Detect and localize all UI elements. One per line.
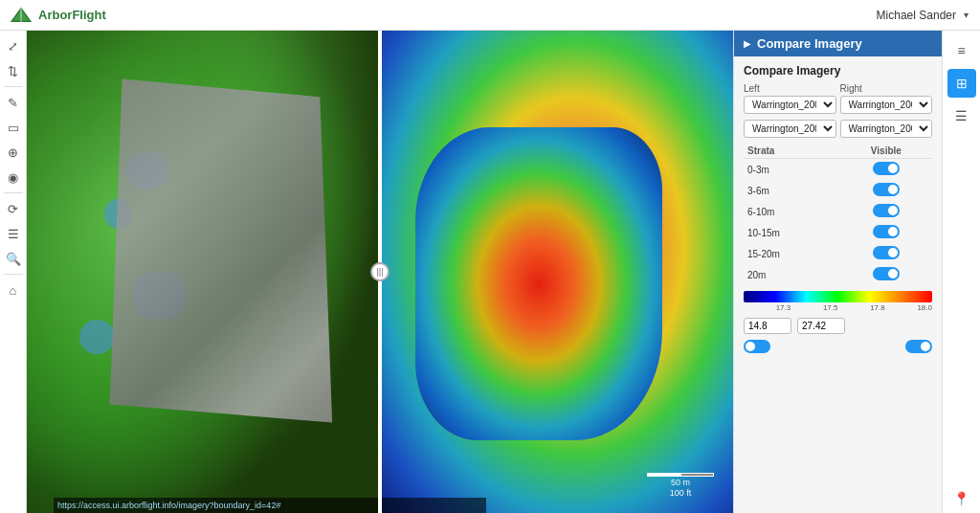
strata-row: 20m (744, 264, 932, 285)
pin-sidebar-button[interactable]: 📍 (947, 484, 976, 513)
expand-tool-button[interactable]: ⤢ (2, 34, 25, 57)
colorbar-label-2: 17.5 (823, 303, 838, 312)
chevron-down-icon: ▾ (964, 10, 969, 20)
strata-label-1: 3-6m (744, 180, 840, 201)
strata-toggle-2[interactable] (873, 204, 900, 217)
minmax-row (744, 318, 932, 334)
right-label: Right (840, 83, 933, 94)
left-label: Left (744, 83, 836, 94)
imagery-dropdowns-row1: Left Warrington_200915_HiR ∨ Right Warri… (744, 83, 932, 114)
strata-label-3: 10-15m (744, 222, 840, 243)
strata-label-5: 20m (744, 264, 840, 285)
strata-row: 0-3m (744, 159, 932, 181)
logo-icon (8, 6, 34, 25)
right-dropdown1[interactable]: Warrington_200915_HiR (840, 96, 933, 114)
strata-toggle-knob-3 (888, 227, 898, 236)
layers-sidebar-button[interactable]: ≡ (947, 36, 976, 65)
thermal-blob (415, 127, 662, 441)
map-container[interactable]: 50 m 100 ft ||| https://access.ui.arborf… (27, 31, 733, 513)
right-toggle-knob (921, 342, 930, 351)
right-sidebar: ≡ ⊞ ☰ 📍 (942, 31, 980, 513)
ortho-overlay (98, 78, 345, 440)
strata-toggle-1[interactable] (873, 183, 900, 196)
strata-toggle-knob-5 (888, 269, 898, 279)
zoom-tool-button[interactable]: 🔍 (2, 247, 25, 270)
toolbar-separator-3 (4, 274, 23, 275)
select-tool-button[interactable]: ▭ (2, 116, 25, 139)
map-left[interactable] (27, 31, 380, 513)
strata-toggle-cell-5 (840, 264, 932, 285)
pan-tool-button[interactable]: ⇅ (2, 59, 25, 82)
water-patch-4 (79, 320, 115, 353)
strata-toggle-cell-4 (840, 243, 932, 264)
draw-tool-button[interactable]: ✎ (2, 91, 25, 114)
scale-label-meters: 50 m (671, 478, 690, 487)
left-toolbar: ⤢ ⇅ ✎ ▭ ⊕ ◉ ⟳ ☰ 🔍 ⌂ (0, 31, 27, 513)
strata-col-header: Strata (744, 144, 840, 159)
max-input[interactable] (797, 318, 845, 334)
compare-sidebar-button[interactable]: ⊞ (947, 69, 976, 98)
user-name[interactable]: Michael Sander (877, 9, 956, 22)
strata-label-0: 0-3m (744, 159, 840, 181)
right-col: Right Warrington_200915_HiR (840, 83, 933, 114)
toggle-row (744, 340, 932, 353)
layers-tool-button[interactable]: ☰ (2, 222, 25, 245)
strata-toggle-knob-4 (888, 248, 898, 257)
toolbar-separator (4, 86, 23, 87)
visible-col-header: Visible (840, 144, 932, 159)
right-dropdown2[interactable]: Warrington_200915_The (840, 120, 933, 138)
circle-tool-button[interactable]: ◉ (2, 166, 25, 189)
scale-bar: 50 m 100 ft (647, 473, 714, 498)
topbar-left: ArborFlight (0, 6, 106, 25)
map-right[interactable]: 50 m 100 ft (380, 31, 733, 513)
rotate-tool-button[interactable]: ⟳ (2, 197, 25, 220)
strata-toggle-3[interactable] (873, 225, 900, 238)
point-tool-button[interactable]: ⊕ (2, 141, 25, 164)
strata-label-2: 6-10m (744, 201, 840, 222)
strata-toggle-0[interactable] (873, 162, 900, 175)
logo-text: ArborFlight (38, 8, 106, 22)
strata-row: 10-15m (744, 222, 932, 243)
imagery-dropdowns-row2: Warrington_200915_Vec Warrington_200915_… (744, 120, 932, 138)
logo[interactable]: ArborFlight (8, 6, 106, 25)
strata-toggle-4[interactable] (873, 246, 900, 259)
strata-row: 15-20m (744, 243, 932, 264)
colorbar (744, 291, 932, 302)
url-bar: https://access.ui.arborflight.info/image… (54, 498, 486, 513)
right-toggle[interactable] (905, 340, 932, 353)
left-toggle[interactable] (744, 340, 770, 353)
colorbar-label-1: 17.3 (776, 303, 791, 312)
colorbar-labels: 17.3 17.5 17.8 18.0 (744, 303, 932, 312)
topbar: ArborFlight Michael Sander ▾ (0, 0, 980, 31)
topbar-right: Michael Sander ▾ (877, 9, 980, 22)
panel-header-title: Compare Imagery (757, 36, 862, 51)
scale-line-white (647, 473, 680, 477)
panel-content: Compare Imagery Left Warrington_200915_H… (734, 56, 942, 365)
panel-header-arrow-icon: ▶ (744, 38, 751, 49)
colorbar-label-3: 17.8 (870, 303, 885, 312)
strata-toggle-5[interactable] (873, 267, 900, 280)
left-dropdown2[interactable]: Warrington_200915_Vec (744, 120, 836, 138)
colorbar-label-4: 18.0 (917, 303, 932, 312)
panel-section-title: Compare Imagery (744, 64, 932, 78)
split-handle[interactable]: ||| (370, 262, 390, 281)
strata-toggle-cell-2 (840, 201, 932, 222)
split-divider[interactable]: ||| (378, 31, 382, 513)
left-col: Left Warrington_200915_HiR ∨ (744, 83, 836, 114)
strata-toggle-cell-0 (840, 159, 932, 181)
colorbar-container: 17.3 17.5 17.8 18.0 (744, 291, 932, 312)
strata-toggle-knob-1 (888, 185, 898, 194)
panel-header[interactable]: ▶ Compare Imagery (734, 31, 942, 56)
strata-toggle-knob-0 (888, 164, 898, 173)
split-handle-icon: ||| (376, 267, 383, 277)
strata-toggle-cell-1 (840, 180, 932, 201)
left-dropdown1[interactable]: Warrington_200915_HiR ∨ (744, 96, 836, 114)
strata-tbody: 0-3m3-6m6-10m10-15m15-20m20m (744, 159, 932, 286)
home-tool-button[interactable]: ⌂ (2, 279, 25, 301)
menu-sidebar-button[interactable]: ☰ (947, 101, 976, 130)
right-dropdown2-col: Warrington_200915_The (840, 120, 933, 138)
min-input[interactable] (744, 318, 791, 334)
strata-row: 6-10m (744, 201, 932, 222)
strata-row: 3-6m (744, 180, 932, 201)
right-panel: ▶ Compare Imagery Compare Imagery Left W… (733, 31, 942, 513)
